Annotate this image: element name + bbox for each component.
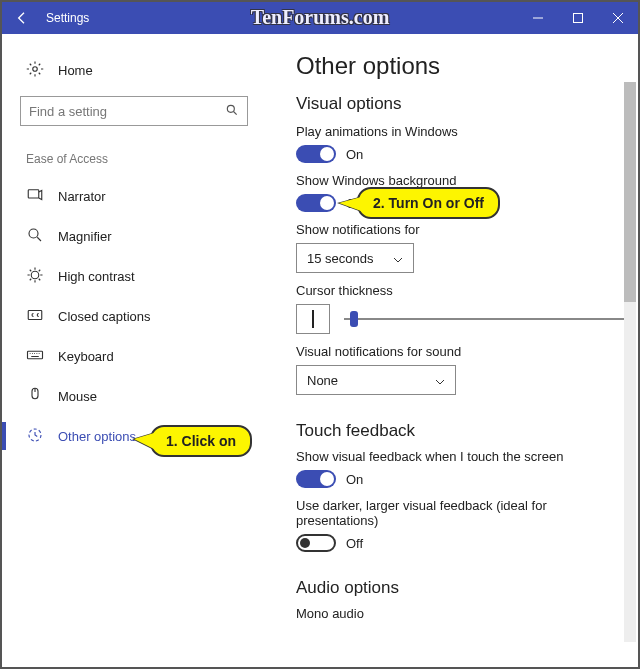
sidebar-item-narrator[interactable]: Narrator (20, 176, 270, 216)
back-button[interactable] (2, 2, 42, 34)
cursor-thickness-slider[interactable] (344, 309, 624, 329)
sidebar-item-label: Narrator (58, 189, 106, 204)
svg-point-2 (227, 105, 234, 112)
touch-feedback-state: On (346, 472, 363, 487)
svg-point-4 (29, 229, 38, 238)
cursor-thickness-label: Cursor thickness (296, 283, 624, 298)
close-button[interactable] (598, 2, 638, 34)
window-title: Settings (46, 11, 89, 25)
chevron-down-icon (393, 251, 403, 266)
other-icon (26, 426, 44, 447)
sidebar-item-mouse[interactable]: Mouse (20, 376, 270, 416)
svg-point-1 (33, 66, 38, 71)
settings-window: Settings TenForums.com Home Find a setti… (0, 0, 640, 669)
sidebar-home-label: Home (58, 63, 93, 78)
touch-feedback-toggle[interactable] (296, 470, 336, 488)
darker-feedback-toggle[interactable] (296, 534, 336, 552)
search-icon (225, 103, 239, 120)
sidebar-item-keyboard[interactable]: Keyboard (20, 336, 270, 376)
visual-notifications-label: Visual notifications for sound (296, 344, 624, 359)
play-animations-toggle[interactable] (296, 145, 336, 163)
sidebar-item-label: Other options (58, 429, 136, 444)
sidebar-item-label: Mouse (58, 389, 97, 404)
search-placeholder: Find a setting (29, 104, 107, 119)
sidebar-item-label: Magnifier (58, 229, 111, 244)
svg-rect-0 (574, 14, 583, 23)
annotation-callout-1: 1. Click on (150, 425, 252, 457)
notifications-for-value: 15 seconds (307, 251, 374, 266)
cc-icon (26, 306, 44, 327)
touch-feedback-label: Show visual feedback when I touch the sc… (296, 449, 624, 464)
section-visual: Visual options (296, 94, 624, 114)
sidebar-item-closedcaptions[interactable]: Closed captions (20, 296, 270, 336)
sidebar-group: Ease of Access (20, 152, 270, 166)
scrollbar[interactable] (624, 82, 636, 642)
minimize-button[interactable] (518, 2, 558, 34)
annotation-callout-2: 2. Turn On or Off (357, 187, 500, 219)
sidebar-item-label: Keyboard (58, 349, 114, 364)
svg-rect-3 (28, 189, 39, 197)
svg-point-5 (31, 271, 39, 279)
keyboard-icon (26, 346, 44, 367)
show-background-label: Show Windows background (296, 173, 624, 188)
sidebar-item-highcontrast[interactable]: High contrast (20, 256, 270, 296)
sidebar-item-label: High contrast (58, 269, 135, 284)
content-pane: Other options Visual options Play animat… (270, 34, 638, 667)
svg-rect-7 (28, 351, 43, 359)
page-title: Other options (296, 52, 624, 80)
sidebar-item-magnifier[interactable]: Magnifier (20, 216, 270, 256)
mono-audio-label: Mono audio (296, 606, 624, 621)
notifications-for-select[interactable]: 15 seconds (296, 243, 414, 273)
sidebar-item-label: Closed captions (58, 309, 151, 324)
search-input[interactable]: Find a setting (20, 96, 248, 126)
notifications-for-label: Show notifications for (296, 222, 624, 237)
magnifier-icon (26, 226, 44, 247)
cursor-preview (296, 304, 330, 334)
visual-notifications-select[interactable]: None (296, 365, 456, 395)
svg-rect-6 (28, 310, 42, 319)
visual-notifications-value: None (307, 373, 338, 388)
sidebar: Home Find a setting Ease of Access Narra… (2, 34, 270, 667)
titlebar: Settings TenForums.com (2, 2, 638, 34)
gear-icon (26, 60, 44, 81)
show-background-toggle[interactable] (296, 194, 336, 212)
chevron-down-icon (435, 373, 445, 388)
section-audio: Audio options (296, 578, 624, 598)
maximize-button[interactable] (558, 2, 598, 34)
play-animations-state: On (346, 147, 363, 162)
darker-feedback-label: Use darker, larger visual feedback (idea… (296, 498, 624, 528)
contrast-icon (26, 266, 44, 287)
darker-feedback-state: Off (346, 536, 363, 551)
sidebar-home[interactable]: Home (20, 52, 270, 88)
play-animations-label: Play animations in Windows (296, 124, 624, 139)
mouse-icon (26, 386, 44, 407)
narrator-icon (26, 186, 44, 207)
section-touch: Touch feedback (296, 421, 624, 441)
